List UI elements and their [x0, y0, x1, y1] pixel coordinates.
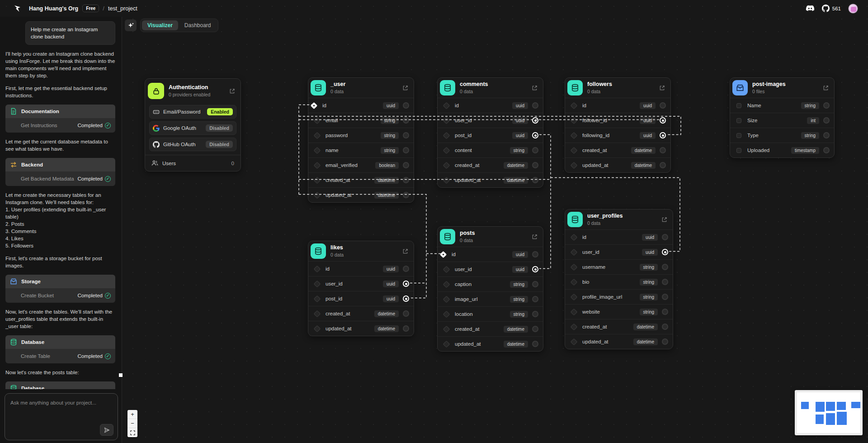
- table-node[interactable]: posts 0 data id uuid user_id: [437, 226, 543, 352]
- project-name[interactable]: test_project: [108, 5, 137, 12]
- auth-provider-row[interactable]: GitHub OAuth Disabled: [149, 138, 236, 151]
- authentication-card[interactable]: Authentication 0 providers enabled Email…: [145, 78, 241, 171]
- field-connection-handle[interactable]: [403, 102, 409, 109]
- tool-category-header[interactable]: Documentation: [5, 105, 115, 118]
- tool-action-row[interactable]: Create Bucket Completed ✓: [5, 288, 115, 303]
- field-connection-handle[interactable]: [662, 264, 668, 270]
- field-connection-handle[interactable]: [532, 266, 538, 272]
- field-connection-handle[interactable]: [662, 324, 668, 330]
- field-connection-handle[interactable]: [660, 117, 666, 124]
- field-connection-handle[interactable]: [662, 279, 668, 285]
- field-connection-handle[interactable]: [532, 177, 538, 183]
- sidebar-resize-handle[interactable]: [119, 373, 123, 377]
- tool-category-header[interactable]: Storage: [5, 275, 115, 288]
- tool-action-row[interactable]: Get Instructions Completed ✓: [5, 118, 115, 133]
- field-connection-handle[interactable]: [532, 281, 538, 287]
- auth-provider-row[interactable]: Google OAuth Disabled: [149, 121, 236, 135]
- tab-visualizer[interactable]: Visualizer: [142, 20, 178, 30]
- tool-action-row[interactable]: Get Backend Metadata Completed ✓: [5, 171, 115, 186]
- field-connection-handle[interactable]: [660, 102, 666, 109]
- field-connection-handle[interactable]: [403, 147, 409, 153]
- field-connection-handle[interactable]: [662, 338, 668, 345]
- external-link-icon[interactable]: [823, 85, 829, 91]
- github-stars[interactable]: 561: [822, 5, 841, 12]
- auth-users-row[interactable]: Users 0: [145, 155, 241, 171]
- minimap[interactable]: [795, 390, 863, 435]
- tool-action-row[interactable]: Create Table Completed ✓: [5, 349, 115, 363]
- field-connection-handle[interactable]: [403, 266, 409, 272]
- discord-icon[interactable]: [806, 5, 815, 12]
- tool-call-card[interactable]: Database Create Table Completed ✓: [5, 335, 115, 363]
- field-connection-handle[interactable]: [823, 117, 830, 124]
- field-connection-handle[interactable]: [532, 102, 538, 109]
- zoom-out-button[interactable]: −: [127, 419, 137, 428]
- table-node[interactable]: user_profiles 0 data id uuid: [565, 209, 673, 349]
- field-connection-handle[interactable]: [662, 309, 668, 315]
- org-name[interactable]: Hang Huang's Org: [29, 5, 78, 12]
- field-connection-handle[interactable]: [403, 295, 409, 302]
- field-connection-handle[interactable]: [662, 294, 668, 300]
- table-header[interactable]: followers 0 data: [565, 78, 670, 98]
- field-connection-handle[interactable]: [403, 310, 409, 317]
- field-connection-handle[interactable]: [403, 162, 409, 168]
- field-connection-handle[interactable]: [532, 117, 538, 124]
- user-avatar[interactable]: [848, 4, 858, 14]
- table-node[interactable]: likes 0 data id uuid user_id: [308, 241, 414, 336]
- visualizer-canvas[interactable]: Visualizer Dashboard Authentication 0 pr…: [122, 17, 868, 443]
- external-link-icon[interactable]: [659, 85, 665, 91]
- external-link-icon[interactable]: [229, 88, 235, 94]
- field-connection-handle[interactable]: [823, 132, 830, 138]
- tool-call-card[interactable]: Documentation Get Instructions Completed…: [5, 105, 115, 133]
- table-node[interactable]: comments 0 data id uuid user: [437, 77, 543, 188]
- external-link-icon[interactable]: [402, 85, 408, 91]
- field-connection-handle[interactable]: [823, 102, 830, 109]
- field-connection-handle[interactable]: [532, 251, 538, 257]
- chat-input[interactable]: Ask me anything about your project...: [5, 393, 118, 440]
- field-connection-handle[interactable]: [532, 326, 538, 332]
- external-link-icon[interactable]: [532, 85, 538, 91]
- field-connection-handle[interactable]: [403, 117, 409, 124]
- field-connection-handle[interactable]: [532, 311, 538, 317]
- field-connection-handle[interactable]: [403, 281, 409, 287]
- table-node[interactable]: post-images 0 files Name string: [730, 77, 835, 158]
- field-connection-handle[interactable]: [532, 341, 538, 347]
- field-connection-handle[interactable]: [403, 132, 409, 138]
- field-connection-handle[interactable]: [403, 192, 409, 198]
- table-node[interactable]: _user 0 data id uuid email: [308, 77, 414, 203]
- field-connection-handle[interactable]: [532, 296, 538, 302]
- authentication-header[interactable]: Authentication 0 providers enabled: [145, 79, 241, 102]
- table-header[interactable]: _user 0 data: [308, 78, 414, 98]
- send-button[interactable]: [100, 424, 113, 436]
- table-header[interactable]: user_profiles 0 data: [565, 210, 673, 229]
- tool-call-card[interactable]: Storage Create Bucket Completed ✓: [5, 275, 115, 303]
- zoom-in-button[interactable]: +: [127, 410, 137, 419]
- external-link-icon[interactable]: [661, 217, 667, 223]
- field-connection-handle[interactable]: [532, 132, 538, 138]
- table-header[interactable]: likes 0 data: [308, 241, 414, 261]
- external-link-icon[interactable]: [402, 248, 408, 254]
- field-connection-handle[interactable]: [660, 147, 666, 153]
- table-header[interactable]: posts 0 data: [438, 227, 543, 247]
- tool-call-card[interactable]: Database Create Table Completed ✓: [5, 381, 115, 389]
- field-connection-handle[interactable]: [403, 325, 409, 332]
- tool-call-card[interactable]: Backend Get Backend Metadata Completed ✓: [5, 158, 115, 186]
- external-link-icon[interactable]: [532, 234, 538, 240]
- fit-view-button[interactable]: [127, 428, 137, 437]
- field-connection-handle[interactable]: [660, 162, 666, 168]
- auth-provider-row[interactable]: Email/Password Enabled: [149, 105, 236, 119]
- field-connection-handle[interactable]: [662, 234, 668, 240]
- tool-category-header[interactable]: Database: [5, 335, 115, 349]
- new-chat-button[interactable]: [125, 19, 137, 31]
- field-connection-handle[interactable]: [662, 249, 668, 255]
- field-connection-handle[interactable]: [403, 177, 409, 183]
- table-header[interactable]: comments 0 data: [438, 78, 543, 98]
- tool-category-header[interactable]: Backend: [5, 158, 115, 171]
- field-connection-handle[interactable]: [660, 132, 666, 138]
- field-connection-handle[interactable]: [823, 147, 830, 153]
- table-node[interactable]: followers 0 data id uuid fol: [565, 77, 671, 173]
- tool-category-header[interactable]: Database: [5, 381, 115, 389]
- field-connection-handle[interactable]: [532, 147, 538, 153]
- table-header[interactable]: post-images 0 files: [730, 78, 834, 98]
- field-connection-handle[interactable]: [532, 162, 538, 168]
- tab-dashboard[interactable]: Dashboard: [179, 20, 217, 30]
